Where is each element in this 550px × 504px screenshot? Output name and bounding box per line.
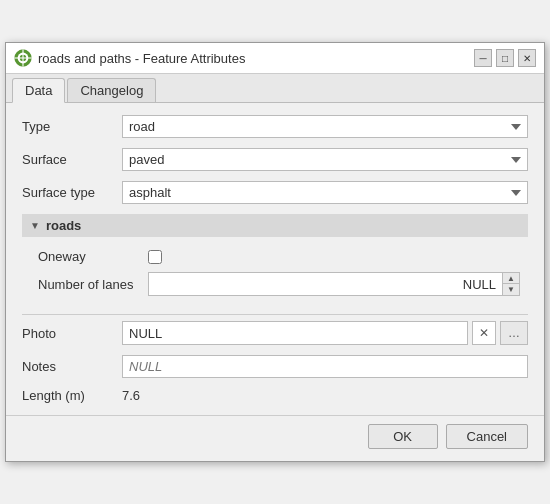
ok-button[interactable]: OK bbox=[368, 424, 438, 449]
notes-row: Notes bbox=[22, 355, 528, 378]
qgis-logo-icon bbox=[14, 49, 32, 67]
surface-type-field-row: Surface type asphalt concrete gravel dir… bbox=[22, 181, 528, 204]
roads-section-header[interactable]: ▼ roads bbox=[22, 214, 528, 237]
title-bar: roads and paths - Feature Attributes ─ □… bbox=[6, 43, 544, 74]
length-row: Length (m) 7.6 bbox=[22, 388, 528, 403]
minimize-button[interactable]: ─ bbox=[474, 49, 492, 67]
type-input[interactable]: road path track bbox=[122, 115, 528, 138]
length-label: Length (m) bbox=[22, 388, 122, 403]
tab-content: Type road path track Surface paved unpav… bbox=[6, 103, 544, 415]
surface-type-label: Surface type bbox=[22, 185, 122, 200]
lanes-row: Number of lanes NULL ▲ ▼ bbox=[38, 272, 520, 296]
dialog-window: roads and paths - Feature Attributes ─ □… bbox=[5, 42, 545, 462]
surface-type-input[interactable]: asphalt concrete gravel dirt bbox=[122, 181, 528, 204]
lanes-input: NULL ▲ ▼ bbox=[148, 272, 520, 296]
type-select[interactable]: road path track bbox=[122, 115, 528, 138]
tab-data[interactable]: Data bbox=[12, 78, 65, 103]
photo-clear-button[interactable]: ✕ bbox=[472, 321, 496, 345]
tab-changelog[interactable]: Changelog bbox=[67, 78, 156, 102]
oneway-checkbox[interactable] bbox=[148, 250, 162, 264]
window-title: roads and paths - Feature Attributes bbox=[38, 51, 468, 66]
surface-label: Surface bbox=[22, 152, 122, 167]
surface-field-row: Surface paved unpaved gravel bbox=[22, 148, 528, 171]
notes-input-field[interactable] bbox=[122, 355, 528, 378]
tab-bar: Data Changelog bbox=[6, 74, 544, 103]
section-content: Oneway Number of lanes NULL ▲ ▼ bbox=[22, 245, 528, 308]
length-value: 7.6 bbox=[122, 388, 140, 403]
photo-input-container: ✕ … bbox=[122, 321, 528, 345]
window-controls: ─ □ ✕ bbox=[474, 49, 536, 67]
photo-value-field[interactable] bbox=[122, 321, 468, 345]
button-bar: OK Cancel bbox=[6, 415, 544, 461]
surface-input[interactable]: paved unpaved gravel bbox=[122, 148, 528, 171]
surface-select[interactable]: paved unpaved gravel bbox=[122, 148, 528, 171]
lanes-value-field[interactable]: NULL bbox=[149, 273, 502, 295]
photo-row: Photo ✕ … bbox=[22, 321, 528, 345]
surface-type-select[interactable]: asphalt concrete gravel dirt bbox=[122, 181, 528, 204]
section-collapse-icon: ▼ bbox=[30, 220, 40, 231]
oneway-label: Oneway bbox=[38, 249, 148, 264]
type-field-row: Type road path track bbox=[22, 115, 528, 138]
type-label: Type bbox=[22, 119, 122, 134]
photo-browse-button[interactable]: … bbox=[500, 321, 528, 345]
close-button[interactable]: ✕ bbox=[518, 49, 536, 67]
lanes-decrement-button[interactable]: ▼ bbox=[503, 284, 519, 295]
section-title: roads bbox=[46, 218, 81, 233]
cancel-button[interactable]: Cancel bbox=[446, 424, 528, 449]
separator-line bbox=[22, 314, 528, 315]
notes-label: Notes bbox=[22, 359, 122, 374]
lanes-spinner-controls: ▲ ▼ bbox=[502, 273, 519, 295]
oneway-row: Oneway bbox=[38, 249, 520, 264]
lanes-increment-button[interactable]: ▲ bbox=[503, 273, 519, 284]
photo-label: Photo bbox=[22, 326, 122, 341]
lanes-label: Number of lanes bbox=[38, 277, 148, 292]
maximize-button[interactable]: □ bbox=[496, 49, 514, 67]
